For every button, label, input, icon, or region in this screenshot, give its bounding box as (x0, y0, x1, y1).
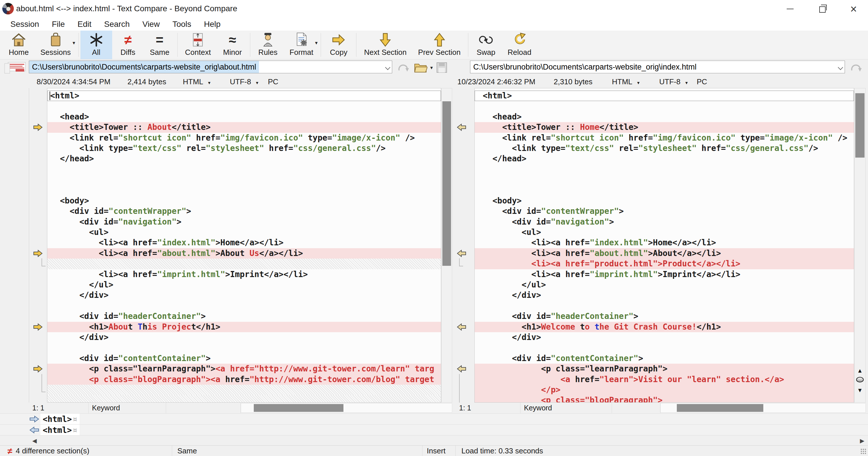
code-line[interactable]: <ul> (475, 227, 854, 237)
right-format-select[interactable]: HTML▼ (612, 77, 641, 86)
code-line[interactable]: <p class="learnParagraph"><a href="http:… (47, 364, 441, 374)
code-line[interactable]: <li><a href="imprint.html">Imprint</a></… (475, 269, 854, 280)
right-scrollbar-thumb[interactable] (855, 93, 865, 158)
code-line[interactable]: <html> (475, 91, 854, 101)
code-line[interactable] (47, 185, 441, 196)
code-line[interactable]: </head> (47, 153, 441, 164)
code-line[interactable]: <li><a href="product.html">Product</a></… (475, 259, 854, 269)
left-save-icon[interactable] (436, 62, 447, 73)
menu-item-edit[interactable]: Edit (71, 18, 98, 31)
left-revert-icon[interactable] (397, 62, 409, 73)
toolbar-context-button[interactable]: Context (179, 31, 217, 59)
toolbar-reload-button[interactable]: Reload (502, 31, 537, 59)
first-diff-button[interactable]: ▲ (855, 368, 865, 373)
code-line[interactable] (47, 164, 441, 175)
copy-section-left-icon[interactable] (457, 249, 466, 257)
last-diff-button[interactable]: ▼ (855, 387, 865, 393)
toolbar-prev-section-button[interactable]: Prev Section (412, 31, 466, 59)
current-position-button[interactable] (855, 377, 865, 382)
code-line[interactable]: <h1>Welcome to the Git Crash Course!</h1… (475, 322, 854, 332)
toolbar-diffs-button[interactable]: ≠Diffs (112, 31, 144, 59)
toolbar-home-button[interactable]: Home (3, 31, 35, 59)
toolbar-minor-button[interactable]: ≈Minor (217, 31, 248, 59)
code-line[interactable]: <p class="blogParagraph"> (475, 395, 854, 403)
left-path-input[interactable]: C:\Users\brunobrito\Documents\carparts-w… (29, 61, 392, 73)
copy-section-left-icon[interactable] (457, 123, 466, 131)
code-line[interactable] (47, 301, 441, 311)
left-folder-dropdown-icon[interactable]: ▼ (429, 65, 434, 70)
toolbar-next-section-button[interactable]: Next Section (358, 31, 412, 59)
menu-item-tools[interactable]: Tools (166, 18, 197, 31)
code-line[interactable]: <div id="navigation"> (47, 217, 441, 227)
copy-section-right-icon[interactable] (33, 323, 43, 331)
toolbar-all-button[interactable]: All (81, 31, 112, 59)
code-line[interactable]: </p> (475, 385, 854, 395)
code-line[interactable]: </div> (47, 290, 441, 301)
left-horizontal-scrollbar[interactable] (241, 403, 452, 413)
code-line[interactable]: <div id="contentContainer"> (475, 353, 854, 364)
copy-section-right-icon[interactable] (33, 249, 43, 257)
right-revert-icon[interactable] (850, 62, 862, 73)
chevron-down-icon[interactable]: ▼ (72, 40, 76, 45)
code-line[interactable]: <h1>About This Project</h1> (47, 322, 441, 332)
code-line[interactable]: </div> (475, 332, 854, 343)
code-line[interactable]: <div id="contentContainer"> (47, 353, 441, 364)
code-line[interactable]: </div> (47, 332, 441, 343)
restore-button[interactable] (810, 3, 833, 15)
code-line[interactable]: <link rel="shortcut icon" href="img/favi… (47, 133, 441, 143)
missing-line-gap[interactable] (47, 385, 441, 395)
menu-item-view[interactable]: View (136, 18, 166, 31)
toolbar-sessions-button[interactable]: Sessions▼ (35, 31, 77, 59)
close-button[interactable]: × (842, 3, 865, 15)
right-path-input[interactable]: C:\Users\brunobrito\Documents\carparts-w… (470, 61, 845, 73)
code-line[interactable]: <body> (47, 196, 441, 206)
code-line[interactable]: <div id="contentWrapper"> (475, 206, 854, 217)
left-browse-folder-icon[interactable] (414, 62, 427, 73)
copy-section-right-icon[interactable] (33, 365, 43, 373)
code-line[interactable] (475, 175, 854, 185)
menu-item-session[interactable]: Session (4, 18, 45, 31)
code-line[interactable]: </head> (475, 153, 854, 164)
code-line[interactable]: <div id="contentWrapper"> (47, 206, 441, 217)
missing-line-gap[interactable] (47, 259, 441, 269)
code-line[interactable]: <div id="headerContainer"> (475, 311, 854, 321)
copy-section-left-icon[interactable] (457, 323, 466, 331)
code-line[interactable] (475, 164, 854, 175)
code-line[interactable]: <link type="text/css" rel="stylesheet" h… (47, 143, 441, 153)
menu-item-search[interactable]: Search (98, 18, 136, 31)
code-line[interactable] (475, 343, 854, 353)
copy-section-left-icon[interactable] (457, 365, 466, 373)
minimize-button[interactable] (779, 3, 802, 15)
missing-line-gap[interactable] (47, 395, 441, 403)
left-editor-pane[interactable]: <html> <head> <title>Tower :: About</tit… (47, 88, 441, 403)
right-hscrollbar-thumb[interactable] (677, 404, 763, 412)
code-line[interactable]: <div id="headerContainer"> (47, 311, 441, 321)
code-line[interactable]: <p class="learnParagraph"> (475, 364, 854, 374)
code-line[interactable]: <title>Tower :: Home</title> (475, 122, 854, 133)
left-format-select[interactable]: HTML▼ (183, 77, 211, 86)
code-line[interactable] (475, 185, 854, 196)
code-line[interactable]: <head> (475, 112, 854, 122)
code-line[interactable]: </ul> (475, 280, 854, 290)
code-line[interactable] (475, 301, 854, 311)
resize-grip[interactable] (861, 449, 866, 454)
left-scrollbar-thumb[interactable] (442, 101, 451, 266)
left-hscrollbar-thumb[interactable] (254, 404, 343, 412)
left-encoding-select[interactable]: UTF-8▼ (230, 77, 259, 86)
code-line[interactable]: <li><a href="about.html">About</a></li> (475, 248, 854, 259)
menu-item-file[interactable]: File (45, 18, 71, 31)
code-line[interactable] (475, 101, 854, 111)
toolbar-swap-button[interactable]: Swap (470, 31, 502, 59)
code-line[interactable]: <ul> (47, 227, 441, 237)
code-line[interactable]: <a href="learn">Visit our "learn" sectio… (475, 374, 854, 385)
toolbar-same-button[interactable]: =Same (144, 31, 176, 59)
code-line[interactable]: <li><a href="imprint.html">Imprint</a></… (47, 269, 441, 280)
copy-section-right-icon[interactable] (33, 123, 43, 131)
toolbar-copy-button[interactable]: Copy (323, 31, 354, 59)
code-line[interactable]: <li><a href="about.html">About Us</a></l… (47, 248, 441, 259)
diff-map-icon[interactable] (4, 62, 26, 75)
scroll-right-icon[interactable]: ▶ (860, 437, 864, 444)
code-line[interactable]: <body> (475, 196, 854, 206)
right-horizontal-scrollbar[interactable] (660, 403, 866, 413)
right-encoding-select[interactable]: UTF-8▼ (659, 77, 689, 86)
